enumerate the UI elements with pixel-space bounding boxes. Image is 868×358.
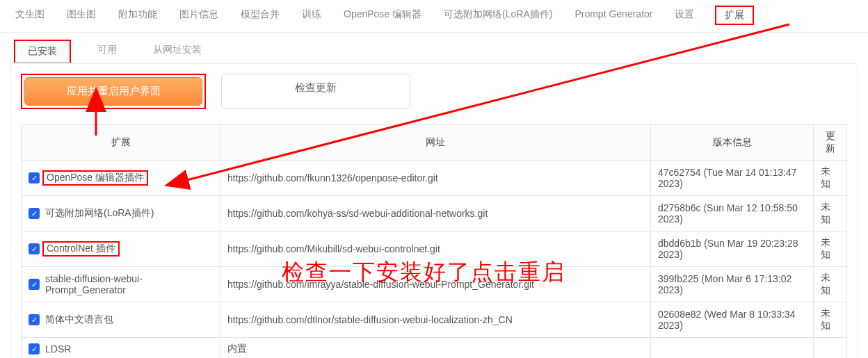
check-updates-button[interactable]: 检查更新 <box>221 74 410 109</box>
ext-name-cell: ✓LDSR <box>22 338 220 359</box>
col-extension: 扩展 <box>22 125 220 161</box>
main-tab-0[interactable]: 文生图 <box>14 6 46 25</box>
sub-tab-1[interactable]: 可用 <box>88 40 127 63</box>
ext-url-cell: https://github.com/kohya-ss/sd-webui-add… <box>220 196 651 231</box>
main-tab-4[interactable]: 模型合并 <box>239 6 281 25</box>
ext-name-label: LDSR <box>45 343 71 355</box>
ext-update-cell: 未知 <box>814 196 847 231</box>
extensions-panel: 应用并重启用户界面 检查更新 扩展 网址 版本信息 更新 ✓OpenPose 编… <box>10 63 858 358</box>
main-tab-3[interactable]: 图片信息 <box>178 6 220 25</box>
table-row: ✓ControlNet 插件https://github.com/Mikubil… <box>22 231 847 267</box>
table-row: ✓stable-diffusion-webui-Prompt_Generator… <box>22 267 847 302</box>
ext-name-label: 简体中文语言包 <box>45 314 113 326</box>
main-tab-9[interactable]: 设置 <box>673 6 696 25</box>
col-update: 更新 <box>814 125 847 161</box>
main-tabs: 文生图图生图附加功能图片信息模型合并训练OpenPose 编辑器可选附加网络(L… <box>0 0 868 33</box>
ext-name-cell: ✓OpenPose 编辑器插件 <box>22 161 220 196</box>
ext-name-cell: ✓stable-diffusion-webui-Prompt_Generator <box>22 267 220 302</box>
main-tab-8[interactable]: Prompt Generator <box>573 6 654 25</box>
ext-name-label: 可选附加网络(LoRA插件) <box>45 207 154 220</box>
table-header-row: 扩展 网址 版本信息 更新 <box>22 125 847 161</box>
sub-tab-0[interactable]: 已安装 <box>14 40 71 63</box>
ext-update-cell: 未知 <box>814 302 847 338</box>
col-url: 网址 <box>220 125 651 161</box>
ext-url-cell: https://github.com/fkunn1326/openpose-ed… <box>220 161 651 196</box>
ext-version-cell: dbdd6b1b (Sun Mar 19 20:23:28 2023) <box>651 231 814 267</box>
ext-url-cell: https://github.com/Mikubill/sd-webui-con… <box>220 231 651 267</box>
checkbox-icon[interactable]: ✓ <box>29 314 40 325</box>
main-tab-1[interactable]: 图生图 <box>65 6 97 25</box>
ext-url-cell: https://github.com/imrayya/stable-diffus… <box>220 267 651 302</box>
ext-name-label: OpenPose 编辑器插件 <box>42 170 148 186</box>
main-tab-5[interactable]: 训练 <box>300 6 323 25</box>
ext-update-cell: 未知 <box>814 231 847 267</box>
extensions-table: 扩展 网址 版本信息 更新 ✓OpenPose 编辑器插件https://git… <box>21 124 847 358</box>
checkbox-icon[interactable]: ✓ <box>29 343 40 355</box>
ext-update-cell: 未知 <box>814 267 847 302</box>
ext-version-cell: 399fb225 (Mon Mar 6 17:13:02 2023) <box>651 267 814 302</box>
main-tab-10[interactable]: 扩展 <box>715 6 754 25</box>
ext-url-cell: 内置 <box>220 338 651 359</box>
ext-name-label: ControlNet 插件 <box>42 241 120 257</box>
checkbox-icon[interactable]: ✓ <box>29 243 40 254</box>
sub-tabs: 已安装可用从网址安装 <box>0 33 868 63</box>
main-tab-6[interactable]: OpenPose 编辑器 <box>342 6 423 25</box>
ext-name-cell: ✓ControlNet 插件 <box>22 231 220 267</box>
buttons-row: 应用并重启用户界面 检查更新 <box>21 74 847 109</box>
table-row: ✓LDSR内置 <box>22 338 847 359</box>
table-row: ✓可选附加网络(LoRA插件)https://github.com/kohya-… <box>22 196 847 231</box>
ext-version-cell: 47c62754 (Tue Mar 14 01:13:47 2023) <box>651 161 814 196</box>
checkbox-icon[interactable]: ✓ <box>29 279 40 290</box>
ext-name-cell: ✓可选附加网络(LoRA插件) <box>22 196 220 231</box>
ext-version-cell <box>651 338 814 359</box>
ext-update-cell: 未知 <box>814 161 847 196</box>
apply-restart-button[interactable]: 应用并重启用户界面 <box>24 77 202 106</box>
main-tab-2[interactable]: 附加功能 <box>117 6 159 25</box>
apply-button-highlight: 应用并重启用户界面 <box>21 74 206 109</box>
ext-url-cell: https://github.com/dtlnor/stable-diffusi… <box>220 302 651 338</box>
table-row: ✓OpenPose 编辑器插件https://github.com/fkunn1… <box>22 161 847 196</box>
ext-version-cell: 02608e82 (Wed Mar 8 10:33:34 2023) <box>651 302 814 338</box>
col-version: 版本信息 <box>651 125 814 161</box>
ext-name-cell: ✓简体中文语言包 <box>22 302 220 338</box>
checkbox-icon[interactable]: ✓ <box>29 208 40 219</box>
sub-tab-2[interactable]: 从网址安装 <box>143 40 211 63</box>
ext-update-cell <box>814 338 847 359</box>
table-row: ✓简体中文语言包https://github.com/dtlnor/stable… <box>22 302 847 338</box>
main-tab-7[interactable]: 可选附加网络(LoRA插件) <box>442 6 554 25</box>
ext-name-label: stable-diffusion-webui-Prompt_Generator <box>45 273 213 295</box>
ext-version-cell: d2758b6c (Sun Mar 12 10:58:50 2023) <box>651 196 814 231</box>
checkbox-icon[interactable]: ✓ <box>29 172 40 184</box>
